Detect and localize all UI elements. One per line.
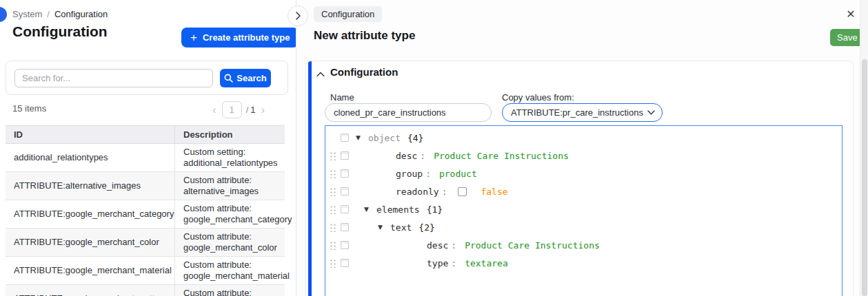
- cell-id: ATTRIBUTE:google_merchant_color: [6, 234, 174, 251]
- drag-handle-icon[interactable]: [330, 240, 336, 250]
- cell-id: ATTRIBUTE:alternative_images: [6, 178, 174, 194]
- field-name[interactable]: object: [368, 133, 401, 143]
- cell-description: Custom attribute: google_merchant_materi…: [174, 257, 285, 284]
- drag-handle-icon[interactable]: [330, 258, 336, 268]
- close-icon[interactable]: ✕: [842, 6, 859, 23]
- breadcrumb-separator: /: [47, 9, 50, 19]
- section-accent-bar: [308, 61, 312, 296]
- table-row[interactable]: ATTRIBUTE:google_merchant_colorCustom at…: [6, 229, 285, 257]
- drag-handle-icon[interactable]: [330, 187, 336, 196]
- tree-row[interactable]: desc :Product Care Instructions: [325, 236, 842, 254]
- node-menu-icon[interactable]: [341, 169, 349, 178]
- field-value[interactable]: textarea: [465, 258, 508, 268]
- column-header-id[interactable]: ID: [6, 127, 174, 143]
- scrollbar[interactable]: [860, 0, 868, 296]
- search-input[interactable]: [14, 69, 213, 87]
- name-input[interactable]: [325, 103, 492, 122]
- tree-row[interactable]: ▼elements{1}: [325, 200, 842, 218]
- section-title: Configuration: [330, 66, 398, 78]
- search-button-label: Search: [236, 73, 266, 83]
- items-count: 15 items: [12, 103, 46, 114]
- expand-triangle-icon[interactable]: ▼: [364, 206, 371, 213]
- collapse-panel-button[interactable]: [287, 6, 308, 26]
- column-header-description[interactable]: Description: [174, 126, 285, 143]
- field-separator: :: [442, 187, 447, 197]
- breadcrumb-configuration[interactable]: Configuration: [54, 9, 108, 19]
- drag-handle-icon[interactable]: [330, 169, 336, 178]
- field-name[interactable]: type: [427, 258, 448, 268]
- table-row[interactable]: additional_relationtypesCustom setting: …: [6, 144, 285, 172]
- field-name[interactable]: desc: [396, 151, 417, 161]
- create-attribute-type-label: Create attribute type: [203, 32, 290, 43]
- page-total-slash: /: [246, 105, 249, 115]
- search-button[interactable]: Search: [220, 69, 271, 87]
- tree-row[interactable]: desc :Product Care Instructions: [325, 147, 842, 165]
- page-number-input[interactable]: 1: [222, 101, 242, 118]
- table-row[interactable]: ATTRIBUTE:google_merchant_categoryCustom…: [6, 200, 285, 229]
- expand-triangle-icon[interactable]: ▼: [356, 134, 363, 141]
- tab-chip-configuration[interactable]: Configuration: [314, 6, 382, 22]
- field-name[interactable]: text: [390, 222, 412, 233]
- page-title: Configuration: [12, 23, 108, 40]
- drag-handle-icon[interactable]: [330, 151, 336, 160]
- node-menu-icon[interactable]: [341, 223, 349, 231]
- create-attribute-type-button[interactable]: + Create attribute type: [181, 28, 299, 47]
- section-collapse-button[interactable]: [314, 67, 327, 80]
- chevron-right-icon[interactable]: ›: [260, 104, 267, 116]
- json-tree-editor[interactable]: ▼object{4}desc :Product Care Instruction…: [325, 125, 842, 296]
- panel-divider: [296, 0, 296, 296]
- table-row[interactable]: ATTRIBUTE:google_merchant_materialCustom…: [6, 257, 285, 285]
- tree-row[interactable]: group :product: [325, 165, 842, 182]
- table-row[interactable]: ATTRIBUTE:google_merchant_patternCustom …: [6, 285, 285, 296]
- cell-id: additional_relationtypes: [6, 149, 174, 166]
- tree-row[interactable]: readonly :false: [325, 182, 842, 200]
- chevron-left-icon[interactable]: ‹: [211, 104, 218, 116]
- node-menu-icon[interactable]: [341, 134, 349, 142]
- node-menu-icon[interactable]: [341, 187, 349, 195]
- cell-description: Custom setting: additional_relationtypes: [174, 144, 285, 171]
- tree-row[interactable]: ▼text{2}: [325, 218, 842, 236]
- drag-handle-icon[interactable]: [330, 204, 336, 214]
- field-name[interactable]: elements: [376, 204, 420, 215]
- field-value[interactable]: product: [439, 169, 477, 179]
- attribute-table: ID Description additional_relationtypesC…: [6, 125, 285, 296]
- scrollbar-thumb[interactable]: [862, 59, 867, 296]
- table-row[interactable]: ATTRIBUTE:alternative_imagesCustom attri…: [6, 172, 285, 200]
- indent-spacer: [354, 156, 396, 156]
- page-total: /1: [246, 105, 256, 115]
- tree-row[interactable]: type :textarea: [325, 254, 842, 272]
- breadcrumb: System/Configuration: [12, 9, 108, 19]
- search-card: Search: [6, 61, 288, 95]
- tree-row[interactable]: ▼object{4}: [325, 129, 842, 147]
- cell-id: ATTRIBUTE:google_merchant_category: [6, 206, 174, 222]
- indent-spacer: [354, 245, 427, 246]
- field-value[interactable]: Product Care Instructions: [434, 151, 569, 161]
- chevron-right-icon: [296, 12, 301, 20]
- drag-handle-icon[interactable]: [330, 222, 336, 232]
- object-count: {4}: [407, 133, 423, 143]
- node-menu-icon[interactable]: [341, 259, 349, 267]
- field-name[interactable]: readonly: [396, 187, 439, 197]
- expand-triangle-icon[interactable]: ▼: [378, 224, 385, 231]
- copy-values-label: Copy values from:: [502, 92, 574, 103]
- object-count: {2}: [418, 222, 434, 233]
- attribute-table-rows: additional_relationtypesCustom setting: …: [6, 144, 285, 296]
- indent-spacer: [354, 209, 364, 210]
- field-value[interactable]: false: [481, 187, 507, 197]
- field-name[interactable]: group: [396, 169, 423, 179]
- field-separator: :: [425, 169, 431, 179]
- readonly-checkbox[interactable]: [458, 187, 467, 196]
- field-separator: :: [451, 240, 456, 251]
- drag-handle-icon: [330, 133, 336, 142]
- cell-description: Custom attribute: google_merchant_catego…: [174, 200, 285, 228]
- copy-values-select[interactable]: ATTRIBUTE:pr_care_instructions: [502, 103, 663, 122]
- node-menu-icon[interactable]: [341, 241, 349, 249]
- field-value[interactable]: Product Care Instructions: [465, 240, 600, 251]
- table-header: ID Description: [6, 125, 285, 144]
- cell-description: Custom attribute: google_merchant_color: [174, 229, 285, 256]
- copy-values-selected-option: ATTRIBUTE:pr_care_instructions: [511, 107, 643, 118]
- node-menu-icon[interactable]: [341, 205, 349, 213]
- breadcrumb-system[interactable]: System: [12, 9, 42, 19]
- node-menu-icon[interactable]: [341, 151, 349, 160]
- field-name[interactable]: desc: [427, 240, 448, 251]
